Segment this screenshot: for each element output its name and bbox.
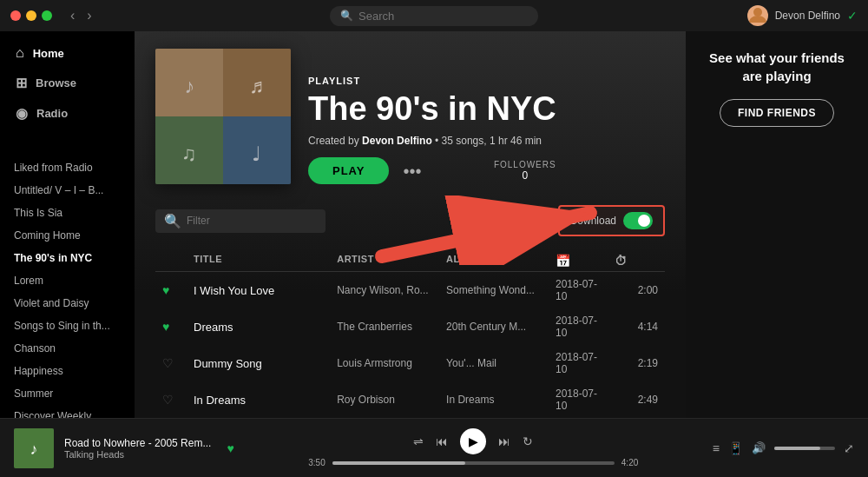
play-button[interactable]: PLAY	[308, 157, 389, 184]
time-total: 4:20	[621, 458, 638, 467]
devices-icon[interactable]: 📱	[728, 441, 743, 455]
cover-cell-4: ♩	[223, 116, 291, 184]
track-name: Dummy Song	[194, 357, 330, 370]
content-area: ♪ ♬ ♫ ♩ PLAYLIST The 90's in NYC	[135, 31, 868, 418]
find-friends-button[interactable]: FIND FRIENDS	[720, 99, 834, 127]
cover-cell-2: ♬	[223, 49, 291, 116]
filter-input-wrap[interactable]: 🔍	[155, 209, 326, 233]
player-right: ≡ 📱 🔊 ⤢	[713, 441, 854, 455]
fullscreen-icon[interactable]: ⤢	[844, 441, 854, 455]
sidebar-item-coming-home[interactable]: Coming Home	[0, 224, 135, 247]
track-date: 2018-07-10	[556, 351, 608, 375]
creator-link[interactable]: Devon Delfino	[362, 135, 432, 147]
player-heart-icon[interactable]: ♥	[227, 441, 233, 455]
sidebar-item-discover[interactable]: Discover Weekly	[0, 405, 135, 418]
volume-icon: 🔊	[752, 441, 766, 454]
sidebar-item-lorem[interactable]: Lorem	[0, 269, 135, 292]
progress-bar[interactable]	[332, 461, 615, 465]
sidebar-item-chanson[interactable]: Chanson	[0, 337, 135, 360]
user-area: Devon Delfino ✓	[747, 5, 858, 26]
search-input[interactable]	[358, 10, 528, 23]
play-pause-button[interactable]: ▶	[460, 428, 486, 454]
sidebar: ⌂ Home ⊞ Browse ◉ Radio Liked from Radio…	[0, 31, 135, 418]
sidebar-item-songs[interactable]: Songs to Sing in th...	[0, 315, 135, 337]
volume-bar[interactable]	[774, 447, 835, 450]
sidebar-item-label: Radio	[36, 107, 68, 120]
filter-icon: 🔍	[164, 213, 181, 229]
sidebar-item-label: Browse	[36, 76, 76, 89]
track-heart-icon[interactable]: ♡	[162, 356, 187, 370]
friends-title: See what your friends are playing	[700, 49, 854, 85]
track-album: Something Wond...	[446, 284, 549, 296]
download-toggle[interactable]	[623, 212, 653, 229]
sidebar-item-90s-nyc[interactable]: The 90's in NYC	[0, 247, 135, 269]
prev-button[interactable]: ⏮	[436, 434, 448, 448]
sidebar-item-this-is-sia[interactable]: This Is Sia	[0, 202, 135, 224]
sidebar-item-radio[interactable]: ◉ Radio	[7, 98, 128, 129]
sidebar-item-home[interactable]: ⌂ Home	[7, 38, 128, 68]
minimize-button[interactable]	[26, 10, 36, 21]
track-list-header: TITLE ARTIST ALBUM 📅 ⏱	[155, 247, 665, 272]
track-heart-icon[interactable]: ♥	[162, 320, 187, 334]
track-duration: 2:19	[615, 357, 658, 369]
titlebar: ‹ › 🔍 Devon Delfino ✓	[0, 0, 868, 31]
download-toggle-area[interactable]: Download	[558, 205, 665, 236]
sidebar-item-violet[interactable]: Violet and Daisy	[0, 292, 135, 315]
svg-point-0	[753, 8, 762, 17]
close-button[interactable]	[10, 10, 21, 21]
sidebar-item-untitled[interactable]: Untitled/ V – I – B...	[0, 179, 135, 202]
more-options-button[interactable]: •••	[403, 162, 421, 180]
followers-block: FOLLOWERS 0	[494, 160, 556, 182]
track-name: I Wish You Love	[194, 284, 330, 297]
playlist-header: ♪ ♬ ♫ ♩ PLAYLIST The 90's in NYC	[155, 49, 665, 184]
col-artist: ARTIST	[337, 254, 439, 268]
sidebar-item-summer[interactable]: Summer	[0, 382, 135, 405]
toggle-knob	[638, 215, 650, 227]
progress-bar-wrap: 3:50 4:20	[308, 458, 638, 467]
avatar	[747, 5, 768, 26]
track-date: 2018-07-10	[556, 278, 608, 302]
track-album: You'... Mail	[446, 357, 549, 369]
main-layout: ⌂ Home ⊞ Browse ◉ Radio Liked from Radio…	[0, 31, 868, 418]
svg-text:♪: ♪	[30, 441, 38, 458]
track-album: In Dreams	[446, 394, 549, 406]
playlist-meta: Created by Devon Delfino • 35 songs, 1 h…	[308, 135, 556, 147]
shuffle-button[interactable]: ⇌	[413, 434, 424, 448]
sidebar-item-browse[interactable]: ⊞ Browse	[7, 68, 128, 98]
track-row[interactable]: ♡ Dummy Song Louis Armstrong You'... Mai…	[155, 345, 665, 381]
sidebar-item-happiness[interactable]: Happiness	[0, 360, 135, 382]
col-date-icon: 📅	[556, 254, 608, 268]
sidebar-item-liked-radio[interactable]: Liked from Radio	[0, 156, 135, 179]
cover-cell-3: ♫	[155, 116, 223, 184]
track-row[interactable]: ♥ I Wish You Love Nancy Wilson, Ro... So…	[155, 272, 665, 308]
verified-icon: ✓	[847, 9, 858, 23]
svg-text:♩: ♩	[253, 142, 262, 165]
user-name: Devon Delfino	[775, 10, 840, 22]
forward-button[interactable]: ›	[82, 6, 95, 25]
back-button[interactable]: ‹	[66, 6, 79, 25]
player-track-name: Road to Nowhere - 2005 Rem...	[64, 437, 211, 449]
search-bar[interactable]: 🔍	[330, 6, 538, 26]
time-current: 3:50	[308, 458, 325, 467]
track-row[interactable]: ♥ Dreams The Cranberries 20th Century M.…	[155, 308, 665, 345]
followers-label: FOLLOWERS	[494, 160, 556, 169]
nav-arrows: ‹ ›	[66, 6, 96, 25]
window-controls	[10, 10, 52, 21]
filter-input[interactable]	[187, 215, 317, 227]
track-heart-icon[interactable]: ♡	[162, 393, 187, 407]
queue-icon[interactable]: ≡	[713, 441, 720, 455]
maximize-button[interactable]	[42, 10, 52, 21]
progress-fill	[332, 461, 465, 465]
next-button[interactable]: ⏭	[498, 434, 510, 448]
track-artist: Nancy Wilson, Ro...	[337, 284, 439, 296]
cover-cell-1: ♪	[155, 49, 223, 116]
repeat-button[interactable]: ↻	[523, 434, 533, 448]
player-track-info: Road to Nowhere - 2005 Rem... Talking He…	[64, 437, 211, 460]
home-icon: ⌂	[16, 45, 24, 61]
player-bar: ♪ Road to Nowhere - 2005 Rem... Talking …	[0, 418, 868, 477]
track-heart-icon[interactable]: ♥	[162, 283, 187, 297]
playlist-actions: PLAY ••• FOLLOWERS 0	[308, 157, 556, 184]
track-row[interactable]: ♡ In Dreams Roy Orbison In Dreams 2018-0…	[155, 381, 665, 418]
track-album: 20th Century M...	[446, 321, 549, 333]
col-title: TITLE	[194, 254, 330, 268]
